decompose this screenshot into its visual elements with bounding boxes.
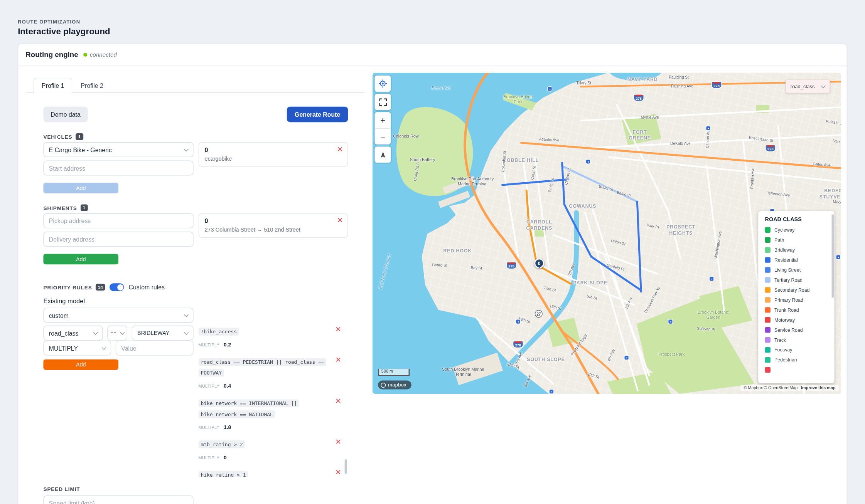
- legend-color-swatch: [765, 237, 771, 243]
- mapbox-logo-icon: [381, 382, 386, 387]
- rule-row: road_class == PEDESTRIAN || road_class =…: [199, 356, 341, 390]
- status-text: connected: [90, 51, 117, 58]
- rule-condition: hike_rating > 1: [199, 471, 248, 477]
- rule-value-select[interactable]: BRIDLEWAY: [132, 326, 194, 341]
- legend-color-swatch: [765, 257, 771, 262]
- vehicle-id: 0: [204, 147, 334, 153]
- shipments-count-badge: 1: [80, 204, 88, 211]
- priority-rules-label-wrap: PRIORITY RULES 14: [43, 284, 105, 291]
- rules-list[interactable]: !bike_access MULTIPLY 0.2 ✕: [199, 326, 348, 477]
- legend-scrollbar[interactable]: [831, 214, 834, 297]
- remove-shipment-button[interactable]: ✕: [337, 217, 343, 224]
- legend-label: Footway: [774, 347, 792, 353]
- zoom-out-button[interactable]: −: [375, 128, 391, 144]
- add-vehicle-button[interactable]: Add: [43, 183, 118, 193]
- remove-vehicle-button[interactable]: ✕: [337, 146, 343, 153]
- generate-route-button[interactable]: Generate Route: [287, 107, 348, 122]
- legend-item: Pedestrian: [765, 355, 831, 365]
- remove-rule-button[interactable]: ✕: [335, 438, 341, 446]
- transit-station-icon: [624, 355, 629, 360]
- legend-color-swatch: [765, 287, 771, 292]
- legend-item: Trunk Road: [765, 305, 831, 315]
- interstate-shield-icon: 278: [634, 94, 644, 101]
- pickup-address-input[interactable]: [43, 213, 193, 228]
- map-layer-select[interactable]: road_class: [786, 79, 830, 93]
- mapbox-wordmark: mapbox: [388, 382, 406, 388]
- rule-action-label: MULTIPLY: [199, 384, 220, 389]
- rule-operator-select[interactable]: ==: [107, 326, 127, 341]
- legend-color-swatch: [765, 307, 771, 312]
- delivery-address-input[interactable]: [43, 232, 193, 247]
- vehicle-type-value: E Cargo Bike - Generic: [49, 146, 112, 153]
- legend-label: Path: [774, 237, 784, 243]
- add-rule-button[interactable]: Add: [43, 360, 118, 370]
- zoom-in-button[interactable]: +: [375, 112, 391, 128]
- compass-button[interactable]: [375, 147, 391, 163]
- legend-color-swatch: [765, 267, 771, 272]
- chevron-down-icon: [184, 146, 189, 151]
- remove-rule-button[interactable]: ✕: [335, 326, 341, 333]
- rule-action-label: MULTIPLY: [199, 343, 220, 348]
- start-address-input[interactable]: [43, 161, 193, 176]
- mapbox-logo[interactable]: mapbox: [378, 380, 411, 389]
- custom-rules-toggle[interactable]: [110, 283, 124, 291]
- profile-tab[interactable]: Profile 2: [73, 78, 111, 93]
- app-viewport: ROUTE OPTIMIZATION Interactive playgroun…: [0, 0, 865, 504]
- mapbox-attribution-link[interactable]: © Mapbox: [744, 385, 764, 390]
- priority-rules-header: PRIORITY RULES 14 Custom rules: [43, 283, 348, 291]
- rule-multiplier-value: 0.2: [224, 341, 231, 348]
- speed-limit-input[interactable]: [43, 496, 193, 504]
- rule-value-input[interactable]: [116, 341, 194, 356]
- stop-marker-pin[interactable]: 0: [534, 258, 544, 268]
- fullscreen-button[interactable]: [375, 94, 391, 110]
- remove-rule-button[interactable]: ✕: [335, 356, 341, 363]
- interstate-shield-icon: 278: [513, 341, 523, 348]
- zoom-control: + −: [375, 112, 391, 144]
- chevron-down-icon: [101, 345, 106, 349]
- interstate-shield-icon: 278: [711, 81, 722, 89]
- rule-condition: bike_network == INTERNATIONAL || bike_ne…: [199, 399, 299, 418]
- shipments-label: SHIPMENTS: [43, 205, 77, 211]
- legend-item: Living Street: [765, 265, 831, 275]
- legend-color-swatch: [765, 347, 771, 353]
- map[interactable]: NAVY YARDEast RiverBrooklyn Bridge ParkP…: [373, 73, 841, 394]
- profile-tabs: Profile 1Profile 2: [25, 78, 364, 93]
- remove-rule-button[interactable]: ✕: [335, 397, 341, 405]
- legend-label: Track: [774, 337, 786, 343]
- shipment-item: 0 273 Columbia Street → 510 2nd Street ✕: [199, 213, 348, 238]
- legend-color-swatch: [765, 367, 771, 373]
- rules-scrollbar[interactable]: [345, 459, 347, 474]
- rule-action-select[interactable]: MULTIPLY: [43, 341, 111, 356]
- legend-color-swatch: [765, 337, 771, 343]
- improve-map-link[interactable]: Improve this map: [801, 385, 836, 390]
- rule-row: mtb_rating > 2 MULTIPLY 0 ✕: [199, 438, 341, 462]
- osm-attribution-link[interactable]: © OpenStreetMap: [764, 385, 798, 390]
- rule-multiplier-value: 0.4: [224, 383, 231, 389]
- vehicles-count-badge: 1: [76, 133, 83, 140]
- road-class-legend[interactable]: ROAD CLASS Cycleway Path: [758, 211, 834, 383]
- vehicle-type-select[interactable]: E Cargo Bike - Generic: [43, 142, 193, 157]
- legend-color-swatch: [765, 277, 771, 282]
- legend-label: Residential: [774, 257, 798, 262]
- demo-data-button[interactable]: Demo data: [43, 107, 88, 122]
- rule-multiplier-value: 0: [224, 454, 227, 460]
- rule-field-select[interactable]: road_class: [43, 326, 103, 341]
- rule-row: bike_network == INTERNATIONAL || bike_ne…: [199, 397, 341, 431]
- remove-rule-button[interactable]: ✕: [335, 469, 341, 476]
- add-shipment-button[interactable]: Add: [43, 254, 118, 264]
- rule-field-value: road_class: [49, 330, 79, 336]
- profile-tab[interactable]: Profile 1: [33, 78, 72, 93]
- fullscreen-control: [375, 94, 391, 110]
- rule-action-label: MULTIPLY: [199, 455, 220, 460]
- map-layer-value: road_class: [791, 84, 815, 89]
- legend-item: Path: [765, 235, 831, 245]
- geolocate-button[interactable]: [375, 76, 391, 92]
- legend-items: Cycleway Path Bridleway: [765, 225, 831, 375]
- chevron-down-icon: [184, 330, 189, 334]
- legend-item: Footway: [765, 345, 831, 355]
- vehicle-items: 0 ecargobike ✕: [199, 142, 348, 193]
- priority-rules-label: PRIORITY RULES: [43, 284, 92, 290]
- chevron-down-icon: [120, 330, 125, 334]
- model-select[interactable]: custom: [43, 308, 193, 323]
- legend-item: Tertiary Road: [765, 275, 831, 285]
